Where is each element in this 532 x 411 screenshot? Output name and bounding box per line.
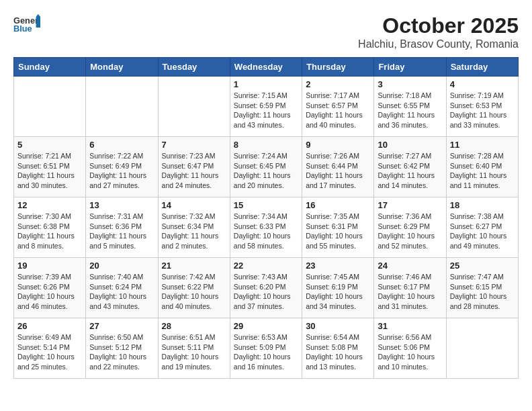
- calendar-cell: 23Sunrise: 7:45 AM Sunset: 6:19 PM Dayli…: [302, 258, 374, 318]
- day-detail: Sunrise: 7:32 AM Sunset: 6:34 PM Dayligh…: [162, 212, 226, 251]
- calendar-table: SundayMondayTuesdayWednesdayThursdayFrid…: [13, 57, 519, 379]
- day-number: 6: [89, 140, 154, 150]
- calendar-header: General Blue October 2025 Halchiu, Braso…: [13, 13, 519, 50]
- day-number: 9: [306, 140, 370, 150]
- day-detail: Sunrise: 7:47 AM Sunset: 6:15 PM Dayligh…: [450, 272, 515, 312]
- day-detail: Sunrise: 6:53 AM Sunset: 5:09 PM Dayligh…: [234, 332, 298, 372]
- calendar-cell: 7Sunrise: 7:23 AM Sunset: 6:47 PM Daylig…: [158, 137, 230, 197]
- month-title: October 2025: [358, 13, 519, 38]
- week-row-3: 12Sunrise: 7:30 AM Sunset: 6:38 PM Dayli…: [14, 197, 519, 258]
- day-number: 7: [162, 140, 226, 150]
- day-number: 17: [378, 200, 442, 210]
- day-number: 28: [162, 321, 226, 331]
- calendar-cell: 13Sunrise: 7:31 AM Sunset: 6:36 PM Dayli…: [86, 197, 158, 258]
- calendar-cell: 4Sunrise: 7:19 AM Sunset: 6:53 PM Daylig…: [446, 77, 518, 137]
- weekday-thursday: Thursday: [302, 58, 374, 77]
- day-detail: Sunrise: 7:19 AM Sunset: 6:53 PM Dayligh…: [450, 91, 515, 130]
- day-detail: Sunrise: 7:40 AM Sunset: 6:24 PM Dayligh…: [89, 272, 154, 312]
- logo: General Blue: [13, 13, 40, 34]
- title-area: October 2025 Halchiu, Brasov County, Rom…: [358, 13, 519, 50]
- calendar-cell: 25Sunrise: 7:47 AM Sunset: 6:15 PM Dayli…: [446, 258, 518, 318]
- calendar-cell: 1Sunrise: 7:15 AM Sunset: 6:59 PM Daylig…: [230, 77, 302, 137]
- weekday-header-row: SundayMondayTuesdayWednesdayThursdayFrid…: [14, 58, 519, 77]
- day-detail: Sunrise: 7:38 AM Sunset: 6:27 PM Dayligh…: [450, 212, 515, 251]
- day-detail: Sunrise: 7:34 AM Sunset: 6:33 PM Dayligh…: [234, 212, 298, 251]
- day-number: 21: [162, 261, 226, 271]
- calendar-cell: 27Sunrise: 6:50 AM Sunset: 5:12 PM Dayli…: [86, 318, 158, 379]
- day-number: 10: [378, 140, 442, 150]
- calendar-cell: 18Sunrise: 7:38 AM Sunset: 6:27 PM Dayli…: [446, 197, 518, 258]
- calendar-cell: 8Sunrise: 7:24 AM Sunset: 6:45 PM Daylig…: [230, 137, 302, 197]
- calendar-cell: [86, 77, 158, 137]
- location-title: Halchiu, Brasov County, Romania: [358, 38, 519, 50]
- day-detail: Sunrise: 7:36 AM Sunset: 6:29 PM Dayligh…: [378, 212, 442, 251]
- calendar-cell: 11Sunrise: 7:28 AM Sunset: 6:40 PM Dayli…: [446, 137, 518, 197]
- svg-text:Blue: Blue: [13, 24, 32, 34]
- week-row-2: 5Sunrise: 7:21 AM Sunset: 6:51 PM Daylig…: [14, 137, 519, 197]
- day-detail: Sunrise: 7:18 AM Sunset: 6:55 PM Dayligh…: [378, 91, 442, 130]
- calendar-cell: 31Sunrise: 6:56 AM Sunset: 5:06 PM Dayli…: [374, 318, 446, 379]
- week-row-1: 1Sunrise: 7:15 AM Sunset: 6:59 PM Daylig…: [14, 77, 519, 137]
- day-detail: Sunrise: 7:42 AM Sunset: 6:22 PM Dayligh…: [162, 272, 226, 312]
- day-detail: Sunrise: 7:26 AM Sunset: 6:44 PM Dayligh…: [306, 151, 370, 191]
- day-number: 31: [378, 321, 442, 331]
- day-number: 29: [234, 321, 298, 331]
- day-detail: Sunrise: 7:39 AM Sunset: 6:26 PM Dayligh…: [17, 272, 82, 312]
- weekday-friday: Friday: [374, 58, 446, 77]
- calendar-cell: [446, 318, 518, 379]
- day-detail: Sunrise: 7:22 AM Sunset: 6:49 PM Dayligh…: [89, 151, 154, 191]
- calendar-cell: 30Sunrise: 6:54 AM Sunset: 5:08 PM Dayli…: [302, 318, 374, 379]
- calendar-cell: 19Sunrise: 7:39 AM Sunset: 6:26 PM Dayli…: [14, 258, 86, 318]
- day-number: 30: [306, 321, 370, 331]
- weekday-wednesday: Wednesday: [230, 58, 302, 77]
- calendar-cell: 22Sunrise: 7:43 AM Sunset: 6:20 PM Dayli…: [230, 258, 302, 318]
- calendar-cell: 29Sunrise: 6:53 AM Sunset: 5:09 PM Dayli…: [230, 318, 302, 379]
- day-number: 15: [234, 200, 298, 210]
- day-detail: Sunrise: 6:56 AM Sunset: 5:06 PM Dayligh…: [378, 332, 442, 372]
- day-number: 26: [17, 321, 82, 331]
- day-detail: Sunrise: 7:35 AM Sunset: 6:31 PM Dayligh…: [306, 212, 370, 251]
- day-number: 14: [162, 200, 226, 210]
- calendar-cell: [158, 77, 230, 137]
- day-detail: Sunrise: 7:17 AM Sunset: 6:57 PM Dayligh…: [306, 91, 370, 130]
- day-number: 5: [17, 140, 82, 150]
- day-number: 19: [17, 261, 82, 271]
- day-number: 18: [450, 200, 515, 210]
- day-detail: Sunrise: 7:31 AM Sunset: 6:36 PM Dayligh…: [89, 212, 154, 251]
- calendar-cell: [14, 77, 86, 137]
- day-number: 3: [378, 79, 442, 89]
- day-number: 2: [306, 79, 370, 89]
- calendar-cell: 20Sunrise: 7:40 AM Sunset: 6:24 PM Dayli…: [86, 258, 158, 318]
- calendar-cell: 12Sunrise: 7:30 AM Sunset: 6:38 PM Dayli…: [14, 197, 86, 258]
- day-number: 4: [450, 79, 515, 89]
- calendar-cell: 3Sunrise: 7:18 AM Sunset: 6:55 PM Daylig…: [374, 77, 446, 137]
- day-number: 23: [306, 261, 370, 271]
- day-detail: Sunrise: 7:43 AM Sunset: 6:20 PM Dayligh…: [234, 272, 298, 312]
- day-number: 1: [234, 79, 298, 89]
- calendar-cell: 21Sunrise: 7:42 AM Sunset: 6:22 PM Dayli…: [158, 258, 230, 318]
- day-detail: Sunrise: 7:15 AM Sunset: 6:59 PM Dayligh…: [234, 91, 298, 130]
- day-detail: Sunrise: 7:28 AM Sunset: 6:40 PM Dayligh…: [450, 151, 515, 191]
- calendar-cell: 28Sunrise: 6:51 AM Sunset: 5:11 PM Dayli…: [158, 318, 230, 379]
- day-detail: Sunrise: 7:30 AM Sunset: 6:38 PM Dayligh…: [17, 212, 82, 251]
- day-detail: Sunrise: 6:54 AM Sunset: 5:08 PM Dayligh…: [306, 332, 370, 372]
- calendar-cell: 17Sunrise: 7:36 AM Sunset: 6:29 PM Dayli…: [374, 197, 446, 258]
- calendar-cell: 16Sunrise: 7:35 AM Sunset: 6:31 PM Dayli…: [302, 197, 374, 258]
- day-number: 12: [17, 200, 82, 210]
- day-number: 8: [234, 140, 298, 150]
- day-number: 13: [89, 200, 154, 210]
- day-number: 20: [89, 261, 154, 271]
- calendar-cell: 2Sunrise: 7:17 AM Sunset: 6:57 PM Daylig…: [302, 77, 374, 137]
- day-number: 24: [378, 261, 442, 271]
- day-detail: Sunrise: 7:45 AM Sunset: 6:19 PM Dayligh…: [306, 272, 370, 312]
- day-detail: Sunrise: 6:50 AM Sunset: 5:12 PM Dayligh…: [89, 332, 154, 372]
- day-detail: Sunrise: 7:46 AM Sunset: 6:17 PM Dayligh…: [378, 272, 442, 312]
- calendar-cell: 10Sunrise: 7:27 AM Sunset: 6:42 PM Dayli…: [374, 137, 446, 197]
- day-number: 27: [89, 321, 154, 331]
- weekday-monday: Monday: [86, 58, 158, 77]
- day-number: 25: [450, 261, 515, 271]
- calendar-cell: 26Sunrise: 6:49 AM Sunset: 5:14 PM Dayli…: [14, 318, 86, 379]
- day-detail: Sunrise: 7:27 AM Sunset: 6:42 PM Dayligh…: [378, 151, 442, 191]
- calendar-cell: 6Sunrise: 7:22 AM Sunset: 6:49 PM Daylig…: [86, 137, 158, 197]
- day-detail: Sunrise: 7:24 AM Sunset: 6:45 PM Dayligh…: [234, 151, 298, 191]
